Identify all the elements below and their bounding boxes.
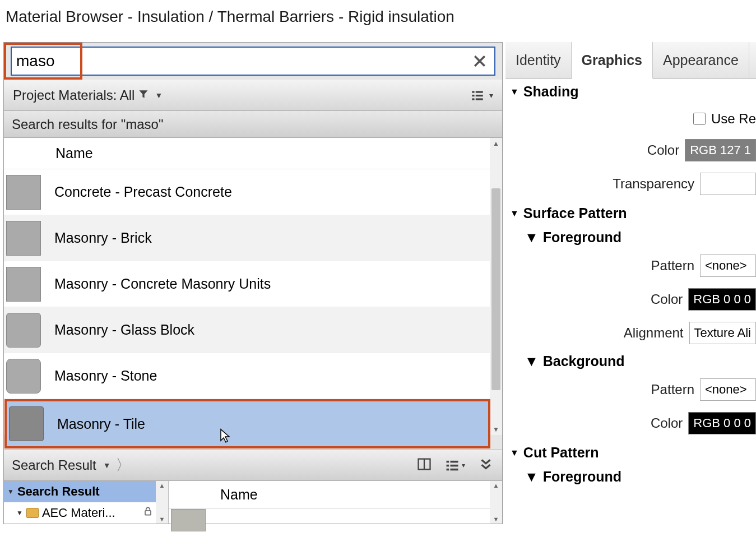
library-tree: ▼ Search Result ▼ AEC Materi... ▲ ▼	[4, 481, 169, 524]
search-input-box[interactable]	[11, 47, 495, 76]
tab-graphics[interactable]: Graphics	[572, 42, 653, 79]
material-thumbnail	[6, 267, 41, 302]
pattern-label: Pattern	[510, 382, 694, 397]
tree-disclose-icon[interactable]: ▼	[16, 509, 23, 517]
breadcrumb-label: Search Result	[12, 457, 96, 473]
disclose-icon: ▼	[525, 229, 539, 246]
view-mode-button[interactable]: ▾	[470, 88, 493, 103]
fg-color-swatch[interactable]: RGB 0 0 0	[688, 288, 756, 311]
section-label: Cut Pattern	[523, 445, 599, 461]
bg-pattern-row: Pattern <none>	[505, 373, 756, 406]
use-render-label: Use Re	[711, 111, 756, 127]
pattern-label: Pattern	[510, 258, 694, 274]
tree-item-aec-materials[interactable]: ▼ AEC Materi...	[4, 502, 168, 524]
section-cut-pattern[interactable]: ▼ Cut Pattern	[505, 440, 756, 465]
tree-scrollbar[interactable]: ▲ ▼	[156, 481, 168, 524]
svg-rect-5	[476, 98, 483, 100]
svg-rect-0	[472, 91, 474, 92]
disclose-icon: ▼	[525, 469, 539, 485]
section-label: Shading	[523, 84, 579, 100]
fg-pattern-row: Pattern <none>	[505, 249, 756, 283]
material-row[interactable]: Masonry - Stone	[4, 353, 490, 399]
breadcrumb[interactable]: Search Result ▼ 〉	[12, 455, 131, 476]
use-render-row: Use Re	[505, 104, 756, 133]
scroll-down-icon[interactable]: ▼	[156, 515, 168, 524]
tree-item-search-result[interactable]: ▼ Search Result	[4, 481, 168, 502]
bg-color-row: Color RGB 0 0 0	[505, 406, 756, 440]
subsection-background[interactable]: ▼ Background	[505, 350, 756, 373]
material-row[interactable]: Masonry - Concrete Masonry Units	[4, 261, 490, 307]
material-row[interactable]: Masonry - Glass Block	[4, 307, 490, 353]
left-panel: Project Materials: All ▼ ▾ Search result…	[3, 42, 503, 524]
material-thumbnail	[6, 313, 41, 348]
library-list: Name ▲ ▼	[169, 481, 502, 524]
clear-search-button[interactable]	[469, 50, 491, 72]
subsection-cut-foreground[interactable]: ▼ Foreground	[505, 465, 756, 488]
material-name: Masonry - Concrete Masonry Units	[47, 276, 271, 292]
results-scrollbar[interactable]: ▲ ▼	[490, 138, 502, 435]
section-surface-pattern[interactable]: ▼ Surface Pattern	[505, 201, 756, 226]
alignment-row: Alignment Texture Ali	[505, 316, 756, 350]
properties-panel: Identity Graphics Appearance ▼ Shading U…	[505, 42, 756, 546]
color-label: Color	[510, 142, 679, 158]
search-input[interactable]	[12, 52, 469, 70]
shading-color-swatch[interactable]: RGB 127 1	[685, 139, 756, 161]
section-label: Surface Pattern	[523, 205, 627, 221]
material-row[interactable]: Masonry - Brick	[4, 215, 490, 261]
cursor-icon	[219, 428, 231, 446]
tab-appearance[interactable]: Appearance	[653, 42, 749, 78]
svg-rect-9	[451, 461, 458, 463]
disclose-icon: ▼	[510, 87, 519, 97]
expand-library-button[interactable]	[477, 456, 494, 475]
disclose-icon: ▼	[510, 448, 519, 458]
material-row-selected[interactable]: Masonry - Tile	[4, 399, 490, 448]
alignment-label: Alignment	[510, 325, 684, 341]
tab-identity[interactable]: Identity	[505, 42, 572, 78]
svg-rect-12	[447, 469, 449, 471]
transparency-label: Transparency	[510, 176, 694, 192]
shading-color-row: Color RGB 127 1	[505, 133, 756, 167]
library-scrollbar[interactable]: ▲ ▼	[490, 481, 502, 524]
color-label: Color	[510, 415, 683, 431]
subsection-foreground[interactable]: ▼ Foreground	[505, 226, 756, 249]
svg-rect-1	[476, 91, 483, 92]
library-thumbnail	[171, 509, 206, 531]
material-name: Masonry - Glass Block	[47, 322, 194, 338]
chevron-down-icon: ▾	[489, 91, 493, 100]
transparency-field[interactable]	[700, 173, 756, 195]
column-header-name[interactable]: Name	[4, 138, 502, 169]
svg-rect-2	[472, 94, 474, 96]
use-render-checkbox[interactable]	[693, 113, 706, 125]
material-row[interactable]: Concrete - Precast Concrete	[4, 169, 490, 215]
alignment-field[interactable]: Texture Ali	[689, 322, 757, 344]
subsection-label: Background	[543, 353, 625, 369]
scroll-up-icon[interactable]: ▲	[490, 481, 502, 490]
funnel-icon	[138, 87, 149, 103]
transparency-row: Transparency	[505, 167, 756, 201]
library-column-name[interactable]: Name	[169, 481, 502, 509]
chevron-down-icon: ▼	[155, 91, 163, 100]
panel-layout-button[interactable]	[416, 456, 432, 474]
scroll-thumb[interactable]	[491, 188, 500, 390]
section-shading[interactable]: ▼ Shading	[505, 79, 756, 104]
library-view-button[interactable]: ▾	[444, 457, 465, 473]
svg-rect-4	[472, 98, 474, 100]
scroll-up-icon[interactable]: ▲	[490, 138, 502, 149]
svg-rect-11	[451, 465, 458, 467]
bg-color-swatch[interactable]: RGB 0 0 0	[688, 412, 756, 434]
material-thumbnail	[6, 221, 41, 256]
chevron-down-icon: ▼	[103, 461, 111, 470]
tree-disclose-icon[interactable]: ▼	[7, 488, 14, 496]
svg-rect-13	[451, 469, 458, 471]
bg-pattern-field[interactable]: <none>	[700, 378, 756, 401]
window-title: Material Browser - Insulation / Thermal …	[0, 0, 756, 34]
project-materials-filter[interactable]: Project Materials: All ▼	[13, 87, 163, 103]
scroll-up-icon[interactable]: ▲	[156, 481, 168, 490]
material-name: Masonry - Stone	[47, 368, 157, 384]
disclose-icon: ▼	[510, 209, 519, 219]
material-name: Concrete - Precast Concrete	[47, 184, 232, 200]
fg-pattern-field[interactable]: <none>	[700, 255, 756, 277]
scroll-down-icon[interactable]: ▼	[490, 515, 502, 524]
scroll-down-icon[interactable]: ▼	[490, 424, 502, 435]
material-thumbnail	[6, 359, 41, 394]
